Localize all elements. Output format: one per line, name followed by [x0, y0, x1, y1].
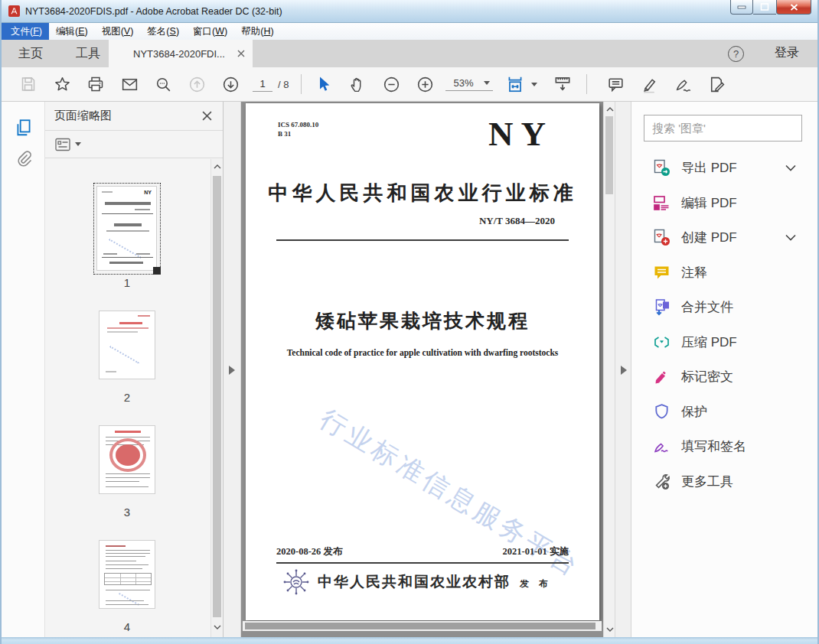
menu-window[interactable]: 窗口(W): [186, 23, 234, 40]
previous-page-icon[interactable]: [185, 73, 208, 96]
menu-view[interactable]: 视图(V): [95, 23, 141, 40]
document-area[interactable]: ICS 67.080.10 B 31 NY 中华人民共和国农业行业标准 NY/T…: [241, 102, 603, 637]
sign-pen-icon[interactable]: [671, 73, 694, 96]
right-panel-splitter[interactable]: [615, 102, 631, 637]
window-title: NYT3684-2020FDIS.pdf - Adobe Acrobat Rea…: [25, 6, 282, 17]
select-tool-icon[interactable]: [312, 73, 335, 96]
tab-home[interactable]: 主页: [18, 40, 43, 67]
comment-icon[interactable]: [604, 73, 627, 96]
scrollbar-thumb[interactable]: [213, 176, 221, 617]
help-icon[interactable]: ?: [728, 46, 744, 62]
menu-help[interactable]: 帮助(H): [234, 23, 280, 40]
fit-width-icon: [505, 74, 525, 94]
chevron-down-icon[interactable]: [785, 164, 796, 171]
thumbnail-page-2-label: 2: [93, 391, 161, 404]
tool-protect[interactable]: 保护: [631, 395, 817, 430]
minimize-button[interactable]: [730, 0, 753, 15]
attachments-icon[interactable]: [2, 143, 45, 174]
print-icon[interactable]: [84, 73, 107, 96]
zoom-level-dropdown[interactable]: 53%: [445, 77, 493, 91]
scroll-down-icon[interactable]: [212, 622, 223, 633]
hand-tool-icon[interactable]: [346, 73, 369, 96]
fill-sign-pen-icon: [651, 437, 671, 455]
thumbnail-page-1[interactable]: NY: [93, 183, 161, 275]
tab-bar: 主页 工具 NYT3684-2020FDI... ? 登录: [2, 40, 817, 67]
export-pdf-icon: [651, 159, 671, 177]
menu-file[interactable]: 文件(F): [4, 23, 49, 40]
thumbnail-page-2[interactable]: [99, 311, 155, 379]
tool-comment[interactable]: 注释: [631, 255, 817, 291]
page-thumbnails-icon[interactable]: [2, 112, 45, 143]
title-bar[interactable]: NYT3684-2020FDIS.pdf - Adobe Acrobat Rea…: [2, 0, 817, 23]
thumbnails-scrollbar[interactable]: [210, 159, 223, 637]
scrolling-mode-icon[interactable]: [551, 73, 574, 96]
email-icon[interactable]: [118, 73, 141, 96]
thumbnails-panel: 页面缩略图 NY: [45, 102, 224, 637]
thumbnail-options-button[interactable]: [54, 137, 81, 152]
tool-create-pdf[interactable]: 创建 PDF: [631, 220, 817, 255]
compress-pdf-icon: [651, 333, 671, 351]
chevron-down-icon: [75, 142, 81, 146]
panel-close-icon[interactable]: [202, 111, 212, 121]
pdf-page[interactable]: ICS 67.080.10 B 31 NY 中华人民共和国农业行业标准 NY/T…: [246, 103, 599, 620]
left-panel-splitter[interactable]: [224, 102, 241, 637]
page-number-input[interactable]: [253, 76, 272, 92]
main-region: 页面缩略图 NY: [2, 102, 817, 637]
standard-heading: 中华人民共和国农业行业标准: [246, 180, 599, 207]
thumbnail-page-4[interactable]: [99, 540, 155, 609]
tab-close-icon[interactable]: [237, 50, 245, 57]
dates-row: 2020-08-26 发布 2021-01-01 实施: [276, 545, 569, 558]
document-subtitle-en: Technical code of practice for apple cul…: [246, 348, 599, 357]
chevron-down-icon: [531, 83, 537, 86]
next-page-icon[interactable]: [219, 73, 242, 96]
protect-shield-icon: [651, 403, 671, 421]
tool-export-pdf[interactable]: 导出 PDF: [631, 151, 817, 186]
menu-edit[interactable]: 编辑(E): [49, 23, 95, 40]
tool-compress-pdf[interactable]: 压缩 PDF: [631, 325, 817, 360]
chevron-down-icon: [484, 81, 490, 85]
chevron-down-icon[interactable]: [785, 234, 796, 241]
save-icon[interactable]: [17, 73, 40, 96]
fill-sign-icon[interactable]: [705, 73, 728, 96]
close-button[interactable]: [776, 0, 811, 15]
more-tools-wrench-icon: [651, 473, 671, 490]
ny-logo: NY: [488, 114, 553, 154]
scroll-up-icon[interactable]: [212, 161, 223, 172]
page-total-label: / 8: [278, 79, 289, 90]
page-number-group: / 8: [253, 76, 289, 92]
scroll-up-icon[interactable]: [605, 104, 615, 115]
fit-width-dropdown[interactable]: [505, 74, 537, 94]
vertical-scrollbar-thumb[interactable]: [605, 116, 613, 194]
zoom-out-icon[interactable]: [380, 73, 403, 96]
implement-date: 2021-01-01 实施: [503, 545, 569, 558]
sign-in-button[interactable]: 登录: [775, 45, 799, 61]
acrobat-window: NYT3684-2020FDIS.pdf - Adobe Acrobat Rea…: [0, 0, 819, 644]
collapse-panel-icon[interactable]: [621, 366, 627, 375]
tool-fill-sign[interactable]: 填写和签名: [631, 429, 817, 464]
vertical-scrollbar[interactable]: [603, 102, 615, 637]
edit-pdf-icon: [651, 194, 671, 212]
menu-sign[interactable]: 签名(S): [140, 23, 186, 40]
maximize-button[interactable]: [753, 0, 776, 15]
collapse-panel-icon[interactable]: [229, 366, 235, 375]
tool-redact[interactable]: 标记密文: [631, 359, 817, 395]
thumbnails-options-row: [45, 131, 223, 158]
thumbnail-page-3[interactable]: [99, 425, 155, 494]
tool-edit-pdf[interactable]: 编辑 PDF: [631, 186, 817, 221]
highlight-icon[interactable]: [638, 73, 661, 96]
search-icon[interactable]: [152, 73, 175, 96]
tool-more-tools[interactable]: 更多工具: [631, 464, 817, 499]
zoom-level-value: 53%: [449, 77, 478, 89]
scroll-down-icon[interactable]: [605, 624, 615, 635]
tool-combine-files[interactable]: 合并文件: [631, 290, 817, 325]
star-icon[interactable]: [51, 73, 73, 96]
navigation-rail: [2, 102, 45, 637]
horizontal-scrollbar-thumb[interactable]: [245, 623, 595, 629]
create-pdf-icon: [651, 229, 671, 246]
tools-search-input[interactable]: [644, 115, 801, 141]
tab-tools[interactable]: 工具: [76, 40, 100, 67]
horizontal-scrollbar[interactable]: [243, 621, 602, 631]
tab-document[interactable]: NYT3684-2020FDI...: [109, 40, 253, 67]
combine-files-icon: [651, 298, 671, 316]
zoom-in-icon[interactable]: [413, 73, 436, 96]
